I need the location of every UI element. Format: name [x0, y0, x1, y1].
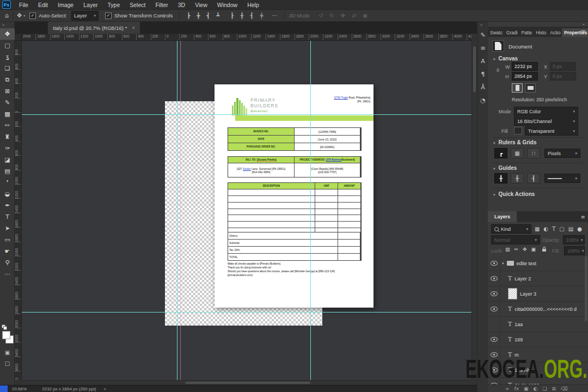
layers-tab[interactable]: Layers [488, 211, 517, 222]
visibility-toggle[interactable] [488, 302, 500, 316]
landscape-orientation-button[interactable] [525, 83, 536, 93]
layer-name[interactable]: Layer 3 [520, 291, 536, 297]
screen-mode-icon[interactable]: □ [0, 360, 15, 366]
lock-all-icon[interactable] [542, 249, 546, 252]
path-selection-tool[interactable]: ➤ [0, 223, 15, 234]
align-left-icon[interactable]: ┣ [187, 13, 190, 19]
rectangular-marquee-tool[interactable]: ▢ [0, 40, 15, 51]
filter-smart-objects-icon[interactable]: ▤ [568, 226, 573, 232]
menu-item[interactable]: Type [102, 0, 125, 10]
character-panel-icon[interactable]: A [477, 54, 488, 68]
scrollbar-thumb[interactable] [185, 382, 310, 384]
layer-name[interactable]: edite text [517, 261, 537, 266]
collapse-panels-icon[interactable]: » [583, 22, 585, 27]
add-mask-icon[interactable]: ▣ [524, 386, 529, 391]
distribute-left-icon[interactable]: ┠ [230, 13, 234, 19]
panel-tab[interactable]: Swatc [488, 28, 504, 37]
panel-menu-icon[interactable]: ≡ [581, 28, 586, 34]
height-input[interactable]: 2854 px [512, 72, 538, 81]
healing-brush-tool[interactable]: ▩ [0, 108, 15, 120]
fill-dropdown[interactable]: Transparent [525, 126, 578, 136]
guide-layout-icon[interactable]: ╫ [511, 173, 524, 183]
vertical-guide[interactable] [177, 41, 177, 380]
color-mode-dropdown[interactable]: RGB Color [514, 107, 578, 116]
menu-item[interactable]: 3D [173, 0, 190, 10]
width-input[interactable]: 2232 px [512, 62, 538, 71]
menu-item[interactable]: Image [53, 0, 78, 10]
distribute-right-icon[interactable]: ┨ [250, 13, 253, 19]
menu-item[interactable]: Help [242, 0, 264, 10]
snap-toggle-icon[interactable]: ∷ [527, 148, 540, 158]
auto-select-checkbox[interactable]: ✓ [29, 13, 36, 19]
visibility-toggle[interactable] [488, 332, 500, 347]
adjustment-layer-icon[interactable]: ◐ [534, 386, 538, 391]
menu-item[interactable]: Select [125, 0, 150, 10]
menu-item[interactable]: File [14, 0, 33, 10]
type-tool[interactable]: T [0, 211, 15, 223]
canvas-section-header[interactable]: Canvas [493, 56, 518, 62]
menu-item[interactable]: Window [212, 0, 242, 10]
vertical-scrollbar[interactable] [471, 41, 477, 380]
layer-name[interactable]: 1aa [514, 322, 523, 327]
foreground-color-swatch[interactable] [2, 331, 10, 339]
more-options-icon[interactable]: ⋯ [272, 13, 277, 19]
filter-shape-layers-icon[interactable]: ▢ [559, 226, 564, 232]
units-dropdown[interactable]: Pixels [544, 149, 580, 158]
menu-item[interactable]: View [190, 0, 212, 10]
align-right-icon[interactable]: ┫ [206, 13, 210, 19]
guides-section-header[interactable]: Guides [493, 165, 517, 171]
layers-menu-icon[interactable]: ≡ [581, 214, 585, 220]
layer-name[interactable]: 169 [514, 337, 523, 342]
layer-name[interactable]: citta0000000...<<<<<<<<0 d [514, 307, 577, 312]
panel-tab[interactable]: Patte [519, 28, 534, 37]
rulers-toggle-icon[interactable]: ┏ [494, 148, 507, 158]
crop-tool[interactable]: ⧉ [0, 74, 15, 85]
expand-panels-icon[interactable]: » [477, 22, 488, 28]
rulers-grids-section-header[interactable]: Rulers & Grids [493, 139, 537, 145]
fill-swatch[interactable] [514, 127, 522, 134]
layer-row[interactable]: 1aa [488, 317, 588, 332]
layer-thumbnail[interactable] [508, 288, 517, 299]
distribute-center-icon[interactable]: ╂ [240, 13, 243, 19]
filter-toggle-icon[interactable]: ● [577, 226, 582, 232]
brush-tool[interactable]: ✏ [0, 120, 15, 131]
visibility-toggle[interactable] [488, 317, 500, 332]
layer-row[interactable]: Layer 2 [488, 271, 588, 286]
horizontal-guide[interactable] [22, 114, 471, 115]
clone-source-panel-icon[interactable]: ≡ [477, 41, 488, 54]
layer-effects-icon[interactable]: fx [514, 386, 519, 391]
zoom-tool[interactable]: ⚲ [0, 257, 15, 268]
link-dimensions-icon[interactable]: ∞ [494, 68, 501, 72]
scrollbar-thumb[interactable] [473, 46, 476, 92]
invoice-document[interactable]: PRIMARYBUILDERS [Build and live!] [2702 … [215, 84, 373, 308]
delete-layer-icon[interactable]: ⌫ [561, 386, 568, 391]
pen-tool[interactable]: ✒ [0, 200, 15, 211]
layer-row[interactable]: edite text [488, 256, 588, 271]
new-layer-icon[interactable]: ⊞ [552, 386, 556, 391]
distribute-horizontal-icon[interactable]: ╪ [260, 13, 263, 19]
hand-tool[interactable]: ☛ [0, 246, 15, 257]
paragraph-panel-icon[interactable]: ¶ [477, 68, 488, 81]
link-layers-icon[interactable]: ∞ [505, 386, 510, 391]
lock-transparency-icon[interactable]: ▨ [505, 247, 510, 252]
eyedropper-tool[interactable]: ✎ [0, 97, 15, 108]
object-selection-tool[interactable]: ❏ [0, 63, 15, 74]
vertical-guide[interactable] [310, 41, 311, 380]
portrait-orientation-button[interactable] [512, 83, 523, 93]
home-icon[interactable]: ⌂ [5, 12, 9, 19]
layers-scrollbar[interactable] [585, 256, 587, 321]
quick-actions-section-header[interactable]: Quick Actions [493, 191, 535, 197]
eraser-tool[interactable]: ◪ [0, 154, 15, 166]
visibility-toggle[interactable] [488, 271, 500, 286]
quick-mask-icon[interactable]: ▣ [0, 350, 15, 356]
default-colors-icon[interactable] [2, 324, 7, 329]
new-guide-icon[interactable]: ╂ [494, 173, 507, 183]
status-chevron-icon[interactable]: > [103, 387, 106, 391]
auto-select-target-dropdown[interactable]: Layer [71, 11, 99, 21]
bit-depth-dropdown[interactable]: 16 Bits/Channel [514, 117, 578, 126]
vertical-guide-pink[interactable] [180, 41, 181, 380]
lasso-tool[interactable]: ʓ [0, 51, 15, 63]
horizontal-scrollbar[interactable] [22, 380, 471, 385]
menu-item[interactable]: Layer [78, 0, 102, 10]
move-tool[interactable]: ✥ [0, 28, 15, 40]
